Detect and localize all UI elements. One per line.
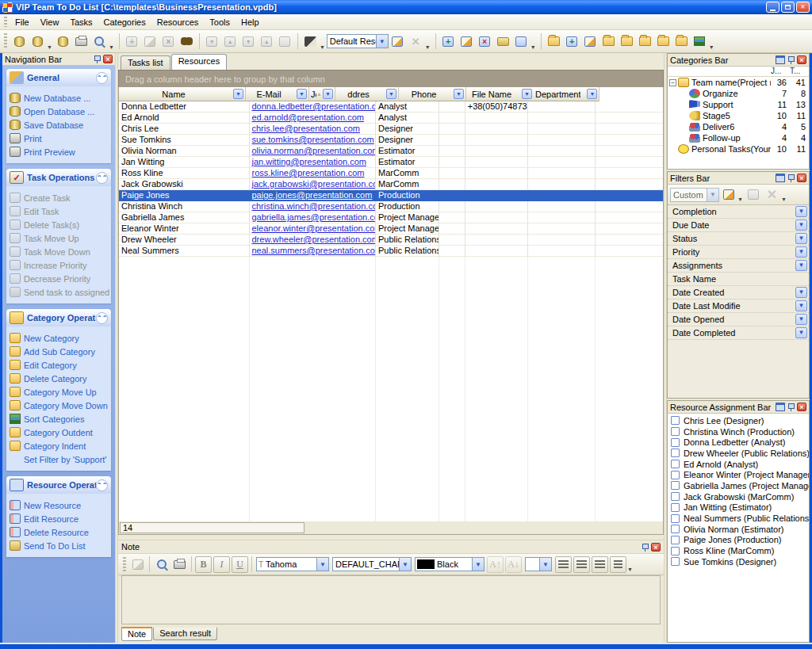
cell-email[interactable]: paige.jones@presentation.com <box>250 190 377 201</box>
category-tree-item[interactable]: − Follow-up 4 4 <box>668 132 809 143</box>
nav-item[interactable]: Decrease Priority <box>10 272 109 285</box>
menu-item[interactable]: Resources <box>151 16 205 29</box>
table-row[interactable]: Christina Winch christina.winch@presenta… <box>119 201 663 212</box>
table-row[interactable]: Chris Lee chris.lee@presentation.com Des… <box>119 124 663 135</box>
column-filter-arrow-icon[interactable]: ▼ <box>587 89 597 99</box>
send-todo-button[interactable] <box>494 32 512 51</box>
print-preview-button[interactable] <box>90 32 109 51</box>
cell-email[interactable]: jack.grabowski@presentation.com <box>250 179 377 190</box>
cell-email[interactable]: chris.lee@presentation.com <box>250 124 377 135</box>
nav-item[interactable]: Category Indent <box>10 439 109 452</box>
task-move-down-button[interactable] <box>203 32 221 51</box>
clear-filter-button[interactable]: ✕ <box>763 185 781 204</box>
category-move-down-button[interactable] <box>672 32 691 51</box>
resource-list-item[interactable]: Chris Lee (Designer) <box>668 415 809 426</box>
filter-row[interactable]: Due Date ▼ <box>668 219 809 232</box>
new-category-button[interactable] <box>545 32 563 51</box>
resource-checkbox[interactable] <box>671 557 680 566</box>
default-resource-button[interactable] <box>301 32 320 51</box>
collapse-chevron-icon[interactable]: ⌃⌃ <box>96 312 108 324</box>
filter-row[interactable]: Date Last Modifie ▼ <box>668 300 809 313</box>
align-left-button[interactable] <box>555 556 572 573</box>
resource-list-item[interactable]: Christina Winch (Production) <box>668 426 809 437</box>
table-row[interactable]: Jan Witting jan.witting@presentation.com… <box>119 157 663 168</box>
delete-resource-button[interactable] <box>476 32 494 51</box>
pin-icon[interactable] <box>641 543 649 552</box>
cell-email[interactable]: eleanor.winter@presentation.com <box>250 223 377 235</box>
cell-email[interactable]: ross.kline@presentation.com <box>250 168 377 179</box>
float-window-icon[interactable] <box>776 403 785 411</box>
align-right-button[interactable] <box>592 556 608 573</box>
column-header[interactable]: File Name ▲ ▼ <box>466 87 534 101</box>
cell-email[interactable]: jan.witting@presentation.com <box>250 157 377 168</box>
pin-icon[interactable] <box>787 55 795 64</box>
nav-item[interactable]: Print <box>10 132 109 145</box>
filter-dropdown-icon[interactable]: ▼ <box>795 287 807 298</box>
resource-checkbox[interactable] <box>671 536 680 544</box>
cell-email[interactable]: olivia.norman@presentation.com <box>250 146 377 157</box>
column-header[interactable]: Job Title ▲ ▼ <box>309 87 335 101</box>
table-row[interactable]: Sue Tomkins sue.tomkins@presentation.com… <box>119 135 663 146</box>
nav-item[interactable]: Delete Category <box>10 372 109 385</box>
print-button[interactable] <box>72 32 90 51</box>
open-database-button[interactable] <box>29 32 47 51</box>
apply-filter-button[interactable] <box>719 185 737 204</box>
table-row[interactable]: Jack Grabowski jack.grabowski@presentati… <box>119 179 663 190</box>
resource-checkbox[interactable] <box>671 492 680 501</box>
column-header[interactable]: Department ▲ ▼ <box>534 87 599 101</box>
nav-item[interactable]: Edit Category <box>10 358 109 372</box>
resource-list-item[interactable]: Donna Ledbetter (Analyst) <box>668 437 809 448</box>
collapse-chevron-icon[interactable]: ⌃⌃ <box>96 172 108 184</box>
nav-item[interactable]: Sort Categories <box>10 412 109 426</box>
table-row[interactable]: Neal Summers neal.summers@presentation.c… <box>119 246 663 257</box>
column-header[interactable]: E-Mail ▲ ▼ <box>246 87 309 101</box>
resource-checkbox[interactable] <box>671 416 680 425</box>
filter-row[interactable]: Status ▼ <box>668 232 809 246</box>
table-row[interactable]: Eleanor Winter eleanor.winter@presentati… <box>119 223 663 235</box>
nav-item[interactable]: Set Filter by 'Support' <box>10 452 109 466</box>
filter-row[interactable]: Assignments ▼ <box>668 259 809 273</box>
column-filter-arrow-icon[interactable]: ▼ <box>386 89 396 99</box>
tree-collapse-icon[interactable]: − <box>669 79 676 86</box>
menu-item[interactable]: Tasks <box>64 16 98 29</box>
apply-resource-filter-button[interactable] <box>389 32 407 51</box>
collapse-chevron-icon[interactable]: ⌃⌃ <box>96 72 108 84</box>
add-sub-category-button[interactable] <box>563 32 581 51</box>
table-row[interactable]: Olivia Norman olivia.norman@presentation… <box>119 146 663 157</box>
resource-checkbox[interactable] <box>671 460 680 468</box>
bullet-list-button[interactable] <box>610 556 626 573</box>
cell-email[interactable]: neal.summers@presentation.com <box>250 246 377 257</box>
col-j-header[interactable]: J... <box>771 67 790 76</box>
category-tree-item[interactable]: − Stage5 10 11 <box>668 110 809 121</box>
menu-item[interactable]: Help <box>236 16 265 29</box>
column-header[interactable]: Name ▲ ▼ <box>119 87 246 101</box>
column-filter-arrow-icon[interactable]: ▼ <box>454 89 464 99</box>
edit-resource-button[interactable] <box>458 32 476 51</box>
table-row[interactable]: Ross Kline ross.kline@presentation.com M… <box>119 168 663 179</box>
font-size-combo[interactable]: ▼ <box>525 557 552 571</box>
nav-item[interactable]: Edit Task <box>10 204 109 218</box>
col-t-header[interactable]: T... <box>790 67 809 76</box>
edit-category-button[interactable] <box>581 32 599 51</box>
resource-list-item[interactable]: Olivia Norman (Estimator) <box>668 524 809 535</box>
category-tree-item[interactable]: − Deliver6 4 5 <box>668 121 809 132</box>
column-header[interactable]: Phone ▲ ▼ <box>399 87 466 101</box>
bold-button[interactable]: B <box>195 556 212 573</box>
menu-item[interactable]: File <box>10 16 35 29</box>
filter-row[interactable]: Completion ▼ <box>668 205 809 219</box>
increase-priority-button[interactable] <box>258 32 276 51</box>
mobile-button[interactable] <box>512 32 530 51</box>
font-color-combo[interactable]: Black▼ <box>415 557 485 571</box>
filter-row[interactable]: Date Completed ▼ <box>668 326 809 340</box>
note-text-area[interactable] <box>121 575 661 624</box>
char-style-combo[interactable]: DEFAULT_CHAR▼ <box>332 557 412 571</box>
nav-item[interactable]: Category Outdent <box>10 426 109 439</box>
italic-button[interactable]: I <box>213 556 230 573</box>
save-database-button[interactable] <box>54 32 72 51</box>
filter-dropdown-icon[interactable]: ▼ <box>795 260 807 271</box>
table-row[interactable]: Ed Arnold ed.arnold@presentation.com Ana… <box>119 113 663 124</box>
table-row[interactable]: Paige Jones paige.jones@presentation.com… <box>119 190 663 201</box>
filter-row[interactable]: Task Name ▼ <box>668 273 809 286</box>
nav-item[interactable]: Send To Do List <box>10 539 109 552</box>
pin-icon[interactable] <box>787 403 795 411</box>
